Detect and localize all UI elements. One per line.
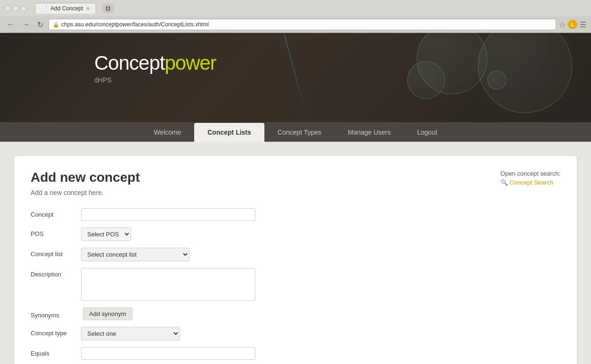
minimize-dot[interactable] bbox=[13, 6, 18, 11]
concept-input[interactable] bbox=[81, 208, 255, 221]
main-content: Open concept search: 🔍 Concept Search Ad… bbox=[0, 142, 591, 364]
concept-list-label: Concept list bbox=[31, 248, 75, 258]
form-card: Open concept search: 🔍 Concept Search Ad… bbox=[14, 156, 577, 364]
concept-type-row: Concept type Select one bbox=[31, 327, 560, 340]
site-header: Conceptpower dHPS bbox=[0, 33, 591, 122]
nav-concept-types[interactable]: Concept Types bbox=[264, 123, 335, 142]
synonyms-label: Synonyms bbox=[31, 309, 75, 319]
form-title: Add new concept bbox=[31, 170, 560, 185]
synonyms-row: Synonyms Add synonym bbox=[31, 307, 560, 320]
toolbar-icons: ☆ L ☰ bbox=[559, 20, 586, 29]
navigation: Welcome Concept Lists Concept Types Mana… bbox=[0, 122, 591, 142]
concept-search-link-text: Concept Search bbox=[509, 179, 553, 186]
concept-type-select[interactable]: Select one bbox=[81, 327, 180, 340]
concept-row: Concept bbox=[31, 208, 560, 221]
menu-icon[interactable]: ☰ bbox=[580, 20, 586, 29]
brand-accent: power bbox=[164, 52, 216, 74]
concept-type-label: Concept type bbox=[31, 327, 75, 337]
equals-row: Equals bbox=[31, 347, 560, 360]
url-text: chps.asu.edu/conceptpower/faces/auth/Con… bbox=[61, 21, 209, 28]
browser-titlebar: 📄 Add Concept ✕ ⊡ bbox=[0, 0, 591, 16]
tab-close-button[interactable]: ✕ bbox=[86, 6, 90, 12]
brand-sub: dHPS bbox=[94, 76, 591, 84]
refresh-button[interactable]: ↻ bbox=[35, 19, 46, 30]
brand-area: Conceptpower dHPS bbox=[0, 33, 591, 84]
form-fields: Concept POS Select POS Noun Verb Adjecti… bbox=[31, 208, 560, 364]
concept-label: Concept bbox=[31, 208, 75, 218]
description-row: Description bbox=[31, 268, 560, 301]
brand-name: Conceptpower bbox=[94, 52, 591, 74]
pos-row: POS Select POS Noun Verb Adjective bbox=[31, 227, 560, 241]
nav-welcome[interactable]: Welcome bbox=[140, 123, 194, 142]
form-subtitle: Add a new concept here. bbox=[31, 189, 560, 196]
address-bar[interactable]: 🔒 chps.asu.edu/conceptpower/faces/auth/C… bbox=[49, 19, 556, 30]
search-icon: 🔍 bbox=[501, 179, 508, 186]
browser-tab[interactable]: 📄 Add Concept ✕ bbox=[35, 3, 96, 14]
brand-prefix: Concept bbox=[94, 52, 164, 74]
forward-button[interactable]: → bbox=[20, 19, 32, 30]
concept-list-row: Concept list Select concept list bbox=[31, 248, 560, 261]
description-textarea[interactable] bbox=[81, 268, 255, 301]
pos-select[interactable]: Select POS Noun Verb Adjective bbox=[81, 227, 131, 241]
window-controls bbox=[5, 6, 26, 11]
close-dot[interactable] bbox=[5, 6, 10, 11]
maximize-dot[interactable] bbox=[21, 6, 26, 11]
concept-search-link[interactable]: 🔍 Concept Search bbox=[501, 179, 560, 186]
concept-list-select[interactable]: Select concept list bbox=[81, 248, 189, 261]
bookmark-icon[interactable]: ☆ bbox=[559, 20, 566, 29]
pos-label: POS bbox=[31, 227, 75, 237]
open-concept-label: Open concept search: bbox=[501, 170, 560, 177]
nav-manage-users[interactable]: Manage Users bbox=[335, 123, 404, 142]
browser-toolbar: ← → ↻ 🔒 chps.asu.edu/conceptpower/faces/… bbox=[0, 16, 591, 32]
lock-icon: 🔒 bbox=[53, 22, 59, 28]
tab-icon: 📄 bbox=[41, 6, 48, 12]
description-label: Description bbox=[31, 268, 75, 278]
equals-label: Equals bbox=[31, 347, 75, 357]
equals-input[interactable] bbox=[81, 347, 255, 360]
user-avatar[interactable]: L bbox=[568, 20, 577, 29]
back-button[interactable]: ← bbox=[5, 19, 17, 30]
browser-chrome: 📄 Add Concept ✕ ⊡ ← → ↻ 🔒 chps.asu.edu/c… bbox=[0, 0, 591, 33]
nav-logout[interactable]: Logout bbox=[404, 123, 451, 142]
nav-concept-lists[interactable]: Concept Lists bbox=[194, 123, 264, 142]
tab-title: Add Concept bbox=[50, 5, 83, 12]
new-tab-button[interactable]: ⊡ bbox=[102, 4, 114, 13]
concept-search-section: Open concept search: 🔍 Concept Search bbox=[501, 170, 560, 186]
add-synonym-button[interactable]: Add synonym bbox=[83, 307, 132, 320]
